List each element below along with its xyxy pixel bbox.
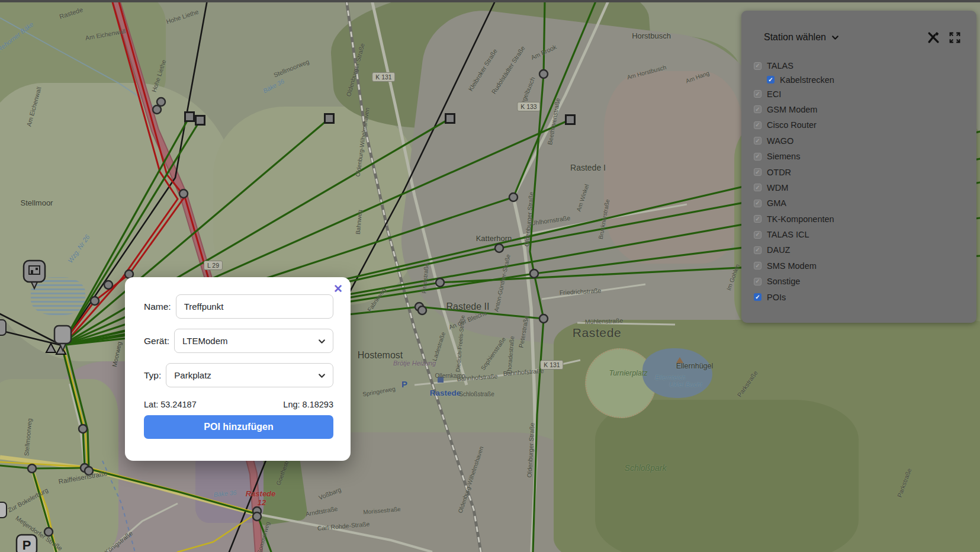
node-square-marker[interactable] (325, 114, 334, 123)
layer-label: TK-Komponenten (767, 214, 834, 224)
layer-toggle-row: ✓Sonstige (754, 274, 976, 289)
type-row: Typ: Parkplatz (144, 363, 333, 387)
parking-poi-pin[interactable]: P (17, 535, 37, 552)
type-select-value: Parkplatz (174, 370, 211, 380)
layer-toggle-row: ✓POIs (754, 289, 976, 304)
close-icon[interactable]: ✕ (333, 283, 343, 294)
checkbox-eci[interactable]: ✓ (754, 90, 761, 98)
fullscreen-icon[interactable] (949, 31, 961, 44)
layer-label: GMA (767, 198, 786, 208)
layer-toggle-row: ✓ECI (754, 86, 976, 101)
railway-dashes (346, 0, 481, 552)
layer-label: OTDR (767, 168, 791, 177)
node-circle-marker[interactable] (418, 306, 426, 314)
checkbox-kabelstrecken[interactable]: ✓ (767, 76, 775, 84)
checkbox-wago[interactable]: ✓ (754, 137, 761, 145)
node-circle-marker[interactable] (253, 512, 261, 521)
cable-yellow[interactable] (178, 513, 257, 552)
node-circle-marker[interactable] (79, 425, 87, 433)
name-row: Name: (144, 294, 333, 319)
cable-black[interactable] (0, 330, 62, 345)
add-poi-button[interactable]: POI hinzufügen (144, 415, 333, 439)
add-poi-dialog: ✕ Name: Gerät: LTEModem Typ: Parkplatz L… (125, 277, 351, 461)
layer-toggle-row: ✓WAGO (754, 133, 976, 149)
checkbox-siemens[interactable]: ✓ (754, 153, 761, 161)
panel-toolbar (927, 31, 961, 44)
checkbox-talas[interactable]: ✓ (754, 62, 761, 70)
node-square-marker[interactable] (196, 116, 205, 125)
layer-toggle-row: ✓Kabelstrecken (767, 73, 976, 86)
layer-label: ECI (767, 89, 781, 99)
checkbox-gma[interactable]: ✓ (754, 200, 761, 207)
station-hub-marker[interactable] (54, 326, 71, 351)
poi-pin-partial[interactable] (0, 502, 7, 518)
coordinates-row: Lat: 53.24187 Lng: 8.18293 (144, 400, 333, 409)
station-select-dropdown[interactable]: Station wählen (764, 32, 826, 43)
checkbox-gsm-modem[interactable]: ✓ (754, 105, 761, 113)
map-label: Ellernhügel (676, 362, 714, 370)
device-label: Gerät: (144, 336, 169, 346)
layer-toggle-row: ✓WDM (754, 180, 976, 195)
map-label: Uklei Bucht (669, 381, 702, 388)
chevron-down-icon[interactable] (831, 34, 839, 41)
poi-name-input[interactable] (176, 294, 333, 319)
checkbox-pois[interactable]: ✓ (754, 293, 761, 301)
node-circle-marker[interactable] (436, 278, 444, 287)
node-circle-marker[interactable] (153, 105, 161, 114)
node-triangle-marker[interactable] (46, 344, 56, 352)
cable-green[interactable] (85, 468, 271, 552)
checkbox-talas-icl[interactable]: ✓ (754, 231, 761, 239)
map-label: Horstbusch (632, 31, 671, 40)
checkbox-sms-modem[interactable]: ✓ (754, 262, 761, 269)
map-label: Schloßpark (625, 463, 667, 473)
poi-pin-partial[interactable] (0, 320, 6, 335)
name-label: Name: (144, 301, 171, 312)
node-circle-marker[interactable] (509, 193, 518, 201)
map-label: Rastede (246, 489, 276, 498)
node-circle-marker[interactable] (28, 464, 36, 473)
checkbox-cisco-router[interactable]: ✓ (754, 121, 761, 129)
device-select-value: LTEModem (182, 336, 227, 346)
building-poi-pin[interactable] (24, 261, 45, 288)
chevron-down-icon (318, 338, 326, 345)
node-circle-marker[interactable] (530, 269, 538, 278)
node-square-marker[interactable] (566, 115, 575, 124)
road-ref-badge: K 131 (372, 72, 395, 82)
layer-label: TALAS (767, 61, 793, 70)
node-square-marker[interactable] (446, 114, 455, 123)
layer-label: GSM Modem (767, 105, 817, 114)
node-circle-marker[interactable] (179, 190, 188, 198)
node-circle-marker[interactable] (104, 281, 113, 289)
map-label: Rastede (430, 389, 461, 397)
longitude-value: Lng: 8.18293 (283, 400, 333, 409)
node-circle-marker[interactable] (495, 244, 503, 252)
road-trunk-casing (116, 0, 259, 552)
node-square-marker[interactable] (185, 113, 194, 121)
checkbox-dauz[interactable]: ✓ (754, 246, 761, 254)
top-toolbar-edge (0, 0, 980, 2)
layer-label: DAUZ (767, 245, 790, 255)
layer-label: TALAS ICL (767, 230, 809, 239)
type-select[interactable]: Parkplatz (166, 363, 333, 387)
road-ref-badge: K 133 (517, 102, 540, 111)
device-select[interactable]: LTEModem (174, 329, 333, 353)
cable-black[interactable] (0, 314, 62, 345)
station-type-checkbox-list: ✓TALAS✓Kabelstrecken✓ECI✓GSM Modem✓Cisco… (741, 49, 976, 305)
layer-toggle-row: ✓Siemens (754, 149, 976, 164)
chevron-down-icon (318, 372, 326, 380)
checkbox-sonstige[interactable]: ✓ (754, 278, 761, 285)
checkbox-wdm[interactable]: ✓ (754, 184, 761, 191)
layer-label: Sonstige (767, 277, 800, 286)
edit-off-icon[interactable] (927, 31, 940, 44)
layer-toggle-row: ✓TK-Komponenten (754, 211, 976, 227)
map-label: P (401, 379, 407, 389)
node-circle-marker[interactable] (91, 297, 99, 305)
map-label: Schloßstraße (459, 391, 494, 397)
checkbox-tk-komponenten[interactable]: ✓ (754, 215, 761, 223)
node-circle-marker[interactable] (157, 98, 165, 106)
node-circle-marker[interactable] (539, 70, 548, 78)
map-stage[interactable]: P RastedeHohe LietheHohe LietheRehorner … (0, 0, 980, 552)
checkbox-otdr[interactable]: ✓ (754, 168, 761, 176)
node-circle-marker[interactable] (539, 314, 548, 323)
layer-toggle-row: ✓GSM Modem (754, 102, 976, 117)
